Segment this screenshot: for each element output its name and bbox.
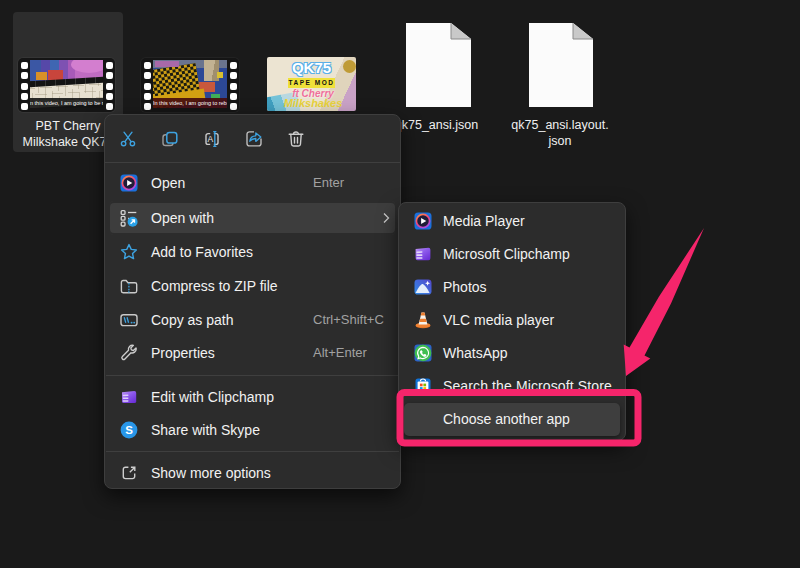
svg-text:A: A (207, 134, 213, 144)
svg-text:S: S (125, 424, 133, 436)
